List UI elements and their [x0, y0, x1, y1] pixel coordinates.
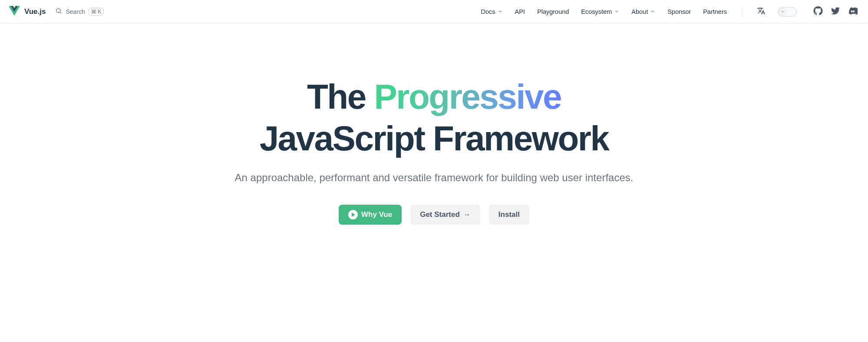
- headline-accent: Progressive: [374, 77, 561, 116]
- search-shortcut-badge: ⌘ K: [89, 8, 104, 16]
- nav-label: Docs: [481, 8, 495, 15]
- svg-line-10: [783, 10, 784, 11]
- search-placeholder: Search: [66, 8, 85, 15]
- svg-point-2: [782, 11, 783, 12]
- button-label: Why Vue: [361, 210, 392, 219]
- nav-about[interactable]: About: [631, 8, 655, 15]
- chevron-down-icon: [650, 8, 655, 15]
- hero-tagline: An approachable, performant and versatil…: [9, 172, 859, 184]
- headline-pre: The: [307, 77, 374, 116]
- nav-docs[interactable]: Docs: [481, 8, 503, 15]
- nav-ecosystem[interactable]: Ecosystem: [581, 8, 619, 15]
- social-links: [813, 6, 858, 17]
- arrow-right-icon: →: [463, 210, 471, 219]
- top-navbar: Vue.js Search ⌘ K Docs API Playground Ec…: [0, 0, 868, 24]
- primary-nav: Docs API Playground Ecosystem About Spon…: [481, 6, 858, 17]
- headline-post: JavaScript Framework: [260, 119, 609, 158]
- chevron-down-icon: [498, 8, 503, 15]
- github-icon: [813, 6, 823, 17]
- nav-label: Sponsor: [667, 8, 691, 15]
- twitter-icon: [831, 6, 840, 17]
- get-started-button[interactable]: Get Started →: [410, 205, 480, 225]
- hero-section: The Progressive JavaScript Framework An …: [0, 24, 868, 242]
- svg-line-1: [60, 12, 62, 13]
- github-link[interactable]: [813, 6, 823, 17]
- hero-actions: Why Vue Get Started → Install: [9, 205, 859, 225]
- translate-button[interactable]: [757, 7, 766, 17]
- translate-icon: [757, 7, 766, 17]
- play-icon: [348, 210, 358, 219]
- discord-icon: [848, 6, 858, 17]
- button-label: Install: [498, 210, 520, 219]
- nav-label: About: [631, 8, 648, 15]
- why-vue-button[interactable]: Why Vue: [339, 205, 402, 225]
- nav-label: Ecosystem: [581, 8, 612, 15]
- nav-label: API: [515, 8, 525, 15]
- svg-line-6: [783, 13, 784, 13]
- site-title: Vue.js: [24, 7, 46, 16]
- discord-link[interactable]: [848, 6, 858, 17]
- nav-label: Playground: [537, 8, 569, 15]
- svg-line-5: [781, 10, 782, 11]
- nav-partners[interactable]: Partners: [703, 8, 727, 15]
- nav-divider: [743, 7, 743, 17]
- vue-logo-icon: [9, 5, 20, 18]
- button-label: Get Started: [420, 210, 460, 219]
- install-button[interactable]: Install: [489, 205, 529, 225]
- theme-toggle-knob: [779, 8, 786, 15]
- search-icon: [55, 7, 62, 16]
- sun-icon: [780, 8, 785, 16]
- nav-sponsor[interactable]: Sponsor: [667, 8, 691, 15]
- chevron-down-icon: [614, 8, 619, 15]
- theme-toggle[interactable]: [778, 7, 797, 17]
- twitter-link[interactable]: [831, 6, 840, 17]
- svg-point-0: [56, 9, 60, 13]
- search-button[interactable]: Search ⌘ K: [55, 7, 104, 16]
- nav-api[interactable]: API: [515, 8, 525, 15]
- nav-label: Partners: [703, 8, 727, 15]
- logo-link[interactable]: Vue.js: [9, 5, 46, 18]
- svg-line-9: [781, 13, 782, 13]
- hero-headline: The Progressive JavaScript Framework: [9, 76, 859, 159]
- nav-playground[interactable]: Playground: [537, 8, 569, 15]
